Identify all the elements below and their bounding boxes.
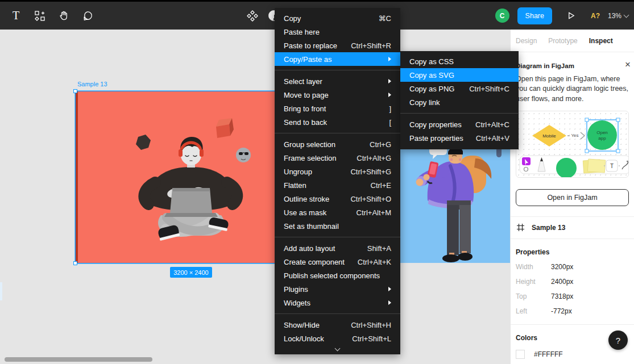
menu-item-label: Copy as PNG xyxy=(409,85,469,93)
menu-item-label: Plugins xyxy=(284,285,388,294)
menu-item-send-to-back[interactable]: Send to back[ xyxy=(275,115,400,129)
menu-item-copy[interactable]: Copy⌘C xyxy=(275,11,400,25)
property-row-width: Width3200px xyxy=(516,263,629,271)
menu-item-use-as-mask[interactable]: Use as maskCtrl+Alt+M xyxy=(275,206,400,219)
menu-item-label: Paste here xyxy=(284,28,391,36)
menu-item-frame-selection[interactable]: Frame selectionCtrl+Alt+G xyxy=(275,151,400,165)
menu-item-set-as-thumbnail[interactable]: Set as thumbnail xyxy=(275,219,400,233)
menu-item-label: Ungroup xyxy=(284,168,350,176)
menu-item-label: Publish selected components xyxy=(284,271,391,280)
panel-tabs: DesignPrototypeInspect xyxy=(511,30,634,52)
property-value: 2400px xyxy=(551,278,573,286)
svg-text:Mobile: Mobile xyxy=(542,133,556,139)
figma-app: T xyxy=(0,0,634,364)
menu-item-group-selection[interactable]: Group selectionCtrl+G xyxy=(275,137,400,151)
menu-item-paste-properties[interactable]: Paste propertiesCtrl+Alt+V xyxy=(400,131,519,145)
svg-text:Yes: Yes xyxy=(571,133,578,138)
menu-item-copy-as-png[interactable]: Copy as PNGCtrl+Shift+C xyxy=(400,82,519,95)
property-label: Width xyxy=(516,263,551,271)
property-value: 7318px xyxy=(551,292,573,300)
submenu-arrow-icon xyxy=(388,93,391,97)
menu-item-label: Set as thumbnail xyxy=(284,222,391,231)
share-button[interactable]: Share xyxy=(517,7,552,24)
menu-item-label: Outline stroke xyxy=(284,195,350,203)
menu-item-move-to-page[interactable]: Move to page xyxy=(275,88,400,102)
menu-divider xyxy=(400,113,519,114)
open-in-figjam-button[interactable]: Open in FigJam xyxy=(516,189,629,206)
menu-item-add-auto-layout[interactable]: Add auto layoutShift+A xyxy=(275,241,400,255)
menu-item-paste-here[interactable]: Paste here xyxy=(275,25,400,39)
selection-handle-bottom-left[interactable] xyxy=(73,261,77,265)
tab-prototype[interactable]: Prototype xyxy=(548,37,577,45)
menu-item-label: Bring to front xyxy=(284,104,389,113)
missing-fonts-badge[interactable]: A? xyxy=(591,12,600,20)
menu-item-lock-unlock[interactable]: Lock/UnlockCtrl+Shift+L xyxy=(275,332,400,345)
svg-text:app: app xyxy=(598,136,606,141)
menu-item-show-hide[interactable]: Show/HideCtrl+Shift+H xyxy=(275,318,400,332)
menu-item-copy-as-svg[interactable]: Copy as SVG xyxy=(400,68,519,82)
menu-item-copy-properties[interactable]: Copy propertiesCtrl+Alt+C xyxy=(400,118,519,131)
selection-header[interactable]: Sample 13 xyxy=(511,216,634,239)
menu-item-label: Flatten xyxy=(284,181,371,190)
menu-item-label: Copy as CSS xyxy=(409,57,509,66)
horizontal-scrollbar[interactable] xyxy=(5,357,152,362)
menu-item-shortcut: ] xyxy=(389,104,391,113)
menu-item-copy-paste-as[interactable]: Copy/Paste as xyxy=(275,52,400,66)
menu-scroll-more[interactable] xyxy=(275,345,400,353)
menu-item-ungroup[interactable]: UngroupCtrl+Shift+G xyxy=(275,165,400,178)
menu-item-copy-link[interactable]: Copy link xyxy=(400,95,519,109)
menu-item-select-layer[interactable]: Select layer xyxy=(275,74,400,88)
selection-name: Sample 13 xyxy=(532,224,565,232)
menu-item-label: Create component xyxy=(284,258,358,266)
close-icon[interactable]: × xyxy=(625,60,631,69)
frame-name-label[interactable]: Sample 13 xyxy=(77,81,107,87)
comment-tool-icon[interactable] xyxy=(76,5,99,27)
menu-item-shortcut: Ctrl+Shift+L xyxy=(352,334,391,343)
menu-item-shortcut: Ctrl+Shift+G xyxy=(350,168,391,176)
menu-item-shortcut: Ctrl+Alt+V xyxy=(476,134,509,143)
menu-item-outline-stroke[interactable]: Outline strokeCtrl+Shift+O xyxy=(275,192,400,206)
selected-frame-sample-13[interactable] xyxy=(76,91,305,263)
menu-item-label: Move to page xyxy=(284,91,388,99)
chevron-down-icon xyxy=(624,12,629,18)
help-button[interactable]: ? xyxy=(608,330,628,350)
menu-item-shortcut: Ctrl+Shift+H xyxy=(351,321,391,329)
menu-item-bring-to-front[interactable]: Bring to front] xyxy=(275,102,400,115)
avatar[interactable]: C xyxy=(495,9,509,23)
menu-item-shortcut: Ctrl+E xyxy=(371,181,391,190)
selection-handle-top-left[interactable] xyxy=(73,89,77,93)
hand-tool-icon[interactable] xyxy=(52,5,75,27)
menu-item-flatten[interactable]: FlattenCtrl+E xyxy=(275,178,400,192)
tab-design[interactable]: Design xyxy=(516,37,537,45)
menu-item-shortcut: Ctrl+Alt+K xyxy=(358,258,391,266)
menu-item-label: Frame selection xyxy=(284,154,357,162)
property-value: -772px xyxy=(551,307,572,315)
menu-item-label: Copy link xyxy=(409,98,509,107)
menu-divider xyxy=(275,237,400,237)
svg-text:Open: Open xyxy=(596,130,608,135)
menu-item-label: Paste to replace xyxy=(284,41,351,50)
tab-inspect[interactable]: Inspect xyxy=(589,37,613,45)
menu-item-shortcut: Shift+A xyxy=(367,244,391,253)
menu-item-paste-to-replace[interactable]: Paste to replaceCtrl+Shift+R xyxy=(275,39,400,52)
menu-item-create-component[interactable]: Create componentCtrl+Alt+K xyxy=(275,255,400,269)
color-row[interactable]: #FFFFFF xyxy=(516,350,629,359)
menu-item-label: Copy xyxy=(284,14,379,23)
present-play-icon[interactable] xyxy=(560,5,583,27)
figjam-preview-image: Mobile Yes Open app xyxy=(516,111,629,178)
shapes-tool-icon[interactable] xyxy=(28,5,51,27)
text-tool-icon[interactable]: T xyxy=(5,5,27,27)
menu-divider xyxy=(275,313,400,314)
menu-item-copy-as-css[interactable]: Copy as CSS xyxy=(400,55,519,68)
menu-divider xyxy=(275,70,400,70)
plugins-diamonds-icon[interactable] xyxy=(241,5,264,27)
svg-text:T: T xyxy=(610,163,614,169)
property-label: Top xyxy=(516,292,551,300)
zoom-level-control[interactable]: 13% xyxy=(608,12,631,20)
menu-item-widgets[interactable]: Widgets xyxy=(275,296,400,309)
figjam-promo-title: Diagram in FigJam xyxy=(516,62,629,69)
property-row-height: Height2400px xyxy=(516,278,629,286)
character-laptop-illustration xyxy=(76,91,305,263)
menu-item-plugins[interactable]: Plugins xyxy=(275,282,400,296)
menu-item-publish-selected-components[interactable]: Publish selected components xyxy=(275,269,400,282)
